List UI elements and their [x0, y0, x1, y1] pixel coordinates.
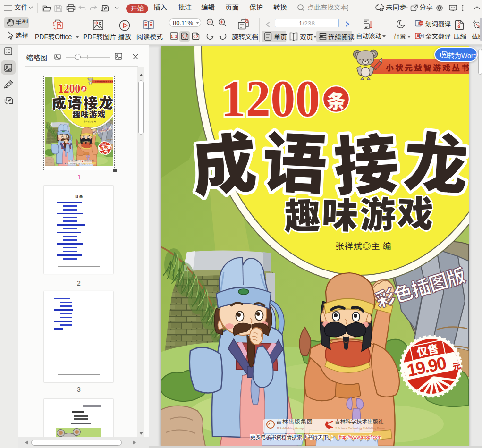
svg-text:http://www.sxpdf.com: http://www.sxpdf.com — [339, 434, 381, 440]
svg-text:吉林出版集团: 吉林出版集团 — [276, 417, 313, 425]
svg-text:成: 成 — [188, 111, 260, 209]
svg-text:戏: 戏 — [397, 185, 434, 238]
svg-text:Jl Science Technology Publishi: Jl Science Technology Publishing House — [335, 426, 385, 430]
svg-text:趣: 趣 — [283, 187, 321, 240]
svg-text:张祥斌◎主 编: 张祥斌◎主 编 — [335, 239, 391, 252]
svg-text:游: 游 — [359, 186, 397, 239]
svg-text:1=1: 1=1 — [171, 34, 178, 39]
svg-text:更多电子书资料请搜索「书行天下」：: 更多电子书资料请搜索「书行天下」： — [250, 433, 336, 440]
svg-text:条: 条 — [327, 86, 346, 114]
svg-text:味: 味 — [321, 186, 359, 239]
svg-text:小状元益智游戏丛书: 小状元益智游戏丛书 — [386, 61, 469, 73]
svg-text:Jl Publishing Group: Jl Publishing Group — [277, 426, 304, 430]
svg-text:吉林科学技术出版社: 吉林科学技术出版社 — [335, 417, 384, 425]
